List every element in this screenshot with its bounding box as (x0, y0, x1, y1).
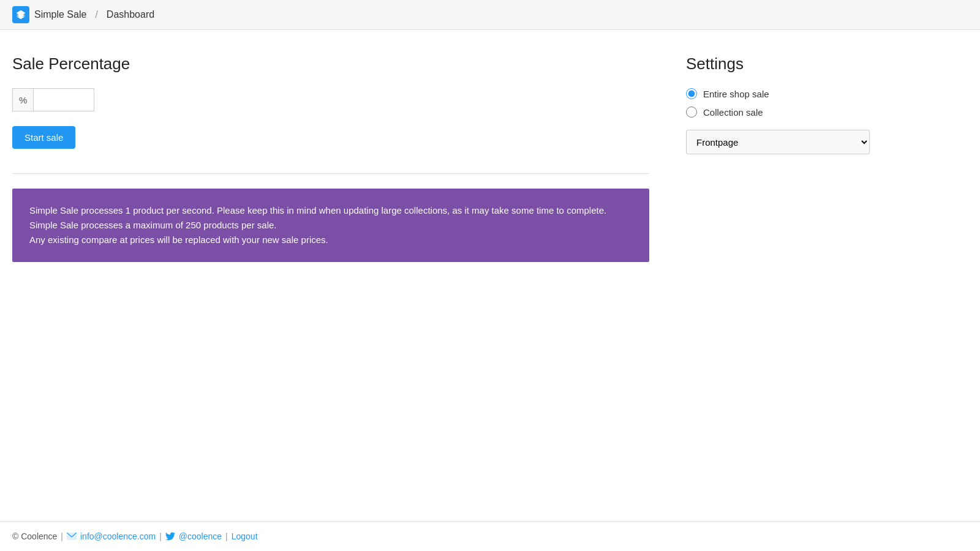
divider (12, 173, 649, 174)
main-content: Sale Percentage % Start sale Simple Sale… (0, 30, 980, 274)
start-sale-button[interactable]: Start sale (12, 126, 75, 149)
entire-shop-option[interactable]: Entire shop sale (686, 88, 870, 99)
right-panel: Settings Entire shop sale Collection sal… (686, 54, 870, 262)
left-panel: Sale Percentage % Start sale Simple Sale… (12, 54, 649, 262)
percentage-input[interactable] (33, 88, 94, 111)
percent-symbol: % (12, 88, 33, 111)
info-box-text: Simple Sale processes 1 product per seco… (29, 205, 606, 245)
collection-sale-label: Collection sale (703, 107, 763, 118)
app-name: Simple Sale (34, 9, 86, 20)
entire-shop-radio[interactable] (686, 88, 697, 99)
page-title: Dashboard (107, 9, 154, 20)
logo-icon (12, 6, 29, 23)
app-header: Simple Sale / Dashboard (0, 0, 980, 30)
sale-percentage-title: Sale Percentage (12, 54, 649, 73)
entire-shop-label: Entire shop sale (703, 89, 769, 99)
sale-type-radio-group: Entire shop sale Collection sale (686, 88, 870, 118)
logo-svg (15, 9, 26, 20)
logo-container: Simple Sale (12, 6, 86, 23)
breadcrumb-separator: / (95, 9, 97, 20)
info-box: Simple Sale processes 1 product per seco… (12, 189, 649, 262)
settings-title: Settings (686, 54, 870, 73)
collection-sale-radio[interactable] (686, 107, 697, 118)
collection-sale-option[interactable]: Collection sale (686, 107, 870, 118)
percentage-input-row: % (12, 88, 649, 111)
collection-select[interactable]: Frontpage All Summer Collection Winter C… (686, 130, 870, 154)
